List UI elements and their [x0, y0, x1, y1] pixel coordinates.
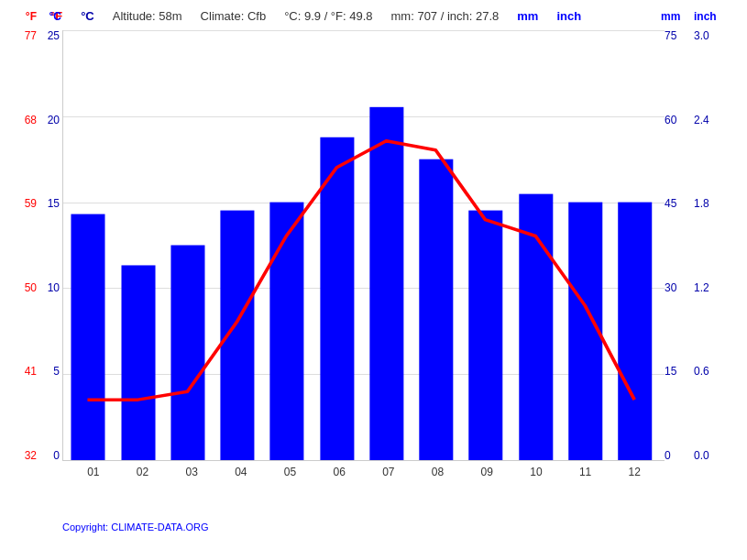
axis-col-header-right: mm inch: [661, 10, 738, 23]
x-label-07: 07: [366, 466, 412, 478]
x-label-06: 06: [316, 466, 362, 478]
x-label-10: 10: [513, 466, 559, 478]
mm-label-60: 60: [665, 115, 676, 126]
altitude-label: Altitude: 58m: [113, 9, 182, 23]
x-label-01: 01: [71, 466, 116, 478]
inch-header-label: inch: [556, 9, 581, 23]
inch-label-18: 1.8: [694, 198, 709, 209]
f-label-59: 59: [25, 198, 37, 209]
copyright-text: Copyright: CLIMATE-DATA.ORG: [62, 522, 209, 533]
mm-header-label: mm: [517, 9, 538, 23]
mm-axis-header: mm: [661, 10, 688, 23]
mm-label-0: 0: [665, 450, 671, 461]
x-label-09: 09: [464, 466, 510, 478]
x-label-08: 08: [415, 466, 461, 478]
c-label-10: 10: [48, 282, 60, 293]
axis-col-header-left: °F °C: [9, 10, 61, 23]
mm-label-75: 75: [665, 30, 676, 41]
precip-info: mm: 707 / inch: 27.8: [391, 9, 500, 23]
inch-label-00: 0.0: [694, 450, 709, 461]
inch-axis-header: inch: [694, 10, 738, 23]
grid-line-60: [63, 288, 665, 289]
x-axis: 01 02 03 04 05 06 07 08 09 10 11 12: [63, 466, 665, 478]
y-axis-fahrenheit: 77 68 59 50 41 32: [9, 30, 37, 461]
f-label-68: 68: [25, 115, 37, 126]
f-label-41: 41: [25, 366, 37, 377]
inch-label-12: 1.2: [694, 282, 709, 293]
x-label-04: 04: [218, 466, 264, 478]
f-label-50: 50: [25, 282, 37, 293]
c-label-20: 20: [48, 115, 60, 126]
inch-label-24: 2.4: [694, 115, 709, 126]
grid-line-40: [63, 203, 665, 203]
c-label-25: 25: [48, 30, 60, 41]
mm-label-30: 30: [665, 282, 676, 293]
x-label-03: 03: [169, 466, 214, 478]
x-label-02: 02: [120, 466, 166, 478]
c-label-5: 5: [53, 366, 60, 377]
climate-label: Climate: Cfb: [201, 9, 267, 23]
c-axis-header: °C: [38, 10, 61, 23]
chart-header: °F °C Altitude: 58m Climate: Cfb °C: 9.9…: [9, 9, 738, 23]
y-axis-mm: 75 60 45 30 15 0: [665, 30, 692, 461]
grid-lines: [63, 30, 665, 460]
c-label-0: 0: [53, 450, 60, 461]
f-label-77: 77: [25, 30, 37, 41]
inch-label-30: 3.0: [694, 30, 709, 41]
f-label-32: 32: [25, 450, 37, 461]
y-axis-celsius: 25 20 15 10 5 0: [37, 30, 60, 461]
x-label-11: 11: [563, 466, 609, 478]
mm-label-15: 15: [665, 366, 676, 377]
c-label-15: 15: [48, 198, 60, 209]
plot-area: 01 02 03 04 05 06 07 08 09 10 11 12: [62, 30, 665, 461]
grid-line-80: [63, 374, 665, 375]
chart-area: 77 68 59 50 41 32 25 20 15 10 5 0: [9, 30, 738, 507]
x-label-05: 05: [268, 466, 313, 478]
celsius-label: °C: [81, 9, 94, 23]
grid-line-20: [63, 116, 665, 117]
grid-line-top: [63, 30, 665, 31]
x-label-12: 12: [611, 466, 657, 478]
copyright: Copyright: CLIMATE-DATA.ORG: [62, 518, 209, 534]
chart-container: °F °C Altitude: 58m Climate: Cfb °C: 9.9…: [0, 0, 747, 560]
y-axis-inch: 3.0 2.4 1.8 1.2 0.6 0.0: [694, 30, 738, 461]
temp-info: °C: 9.9 / °F: 49.8: [284, 9, 372, 23]
inch-label-06: 0.6: [694, 366, 709, 377]
mm-label-45: 45: [665, 198, 676, 209]
f-axis-header: °F: [9, 10, 37, 23]
